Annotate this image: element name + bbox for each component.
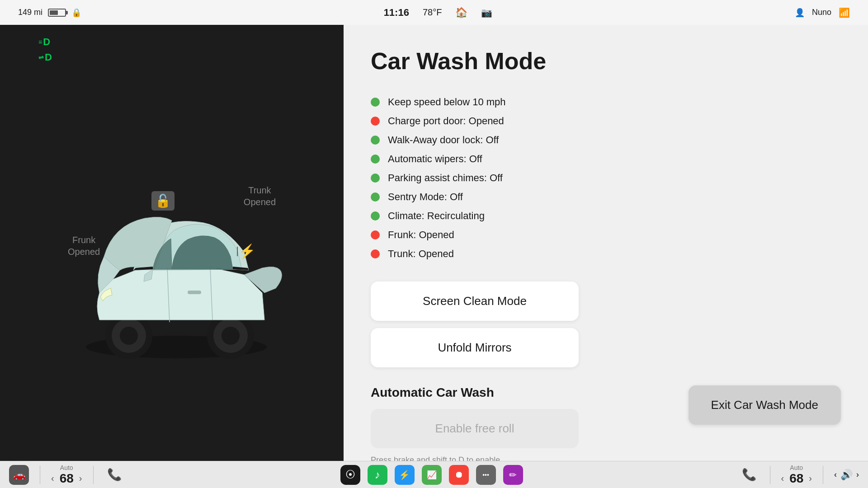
status-left: 149 mi 🔒 (18, 8, 81, 18)
status-list: Keep speed below 10 mph Charge port door… (371, 93, 841, 263)
right-auto-label: Auto (790, 464, 803, 471)
status-text-wipers: Automatic wipers: Off (388, 153, 482, 165)
divider-2 (93, 466, 94, 484)
status-dot-green (371, 98, 380, 107)
phone-right-icon[interactable]: 📞 (739, 465, 759, 485)
left-temp-value: 68 (60, 471, 74, 486)
enable-free-roll-button[interactable]: Enable free roll (371, 409, 579, 448)
right-temp-increase[interactable]: › (809, 473, 812, 483)
volume-decrease-icon[interactable]: ‹ (834, 470, 837, 479)
time-display: 11:16 (384, 7, 409, 19)
status-item-charge: Charge port door: Opened (371, 112, 841, 131)
stocks-icon[interactable]: 📈 (422, 465, 442, 485)
person-icon: 👤 (795, 8, 805, 18)
unfold-mirrors-button[interactable]: Unfold Mirrors (371, 328, 579, 367)
status-text-walkaway: Walk-Away door lock: Off (388, 134, 499, 146)
left-temp-control: Auto ‹ 68 › (51, 464, 82, 486)
action-buttons: Screen Clean Mode Unfold Mirrors (371, 282, 579, 367)
status-item-trunk: Trunk: Opened (371, 244, 841, 263)
volume-increase-icon[interactable]: › (856, 470, 859, 479)
hint-text: Press brake and shift to D to enable (371, 455, 841, 461)
taskbar-right-section: 📞 Auto ‹ 68 › ‹ 🔊 › (739, 464, 859, 486)
status-text-speed: Keep speed below 10 mph (388, 96, 506, 108)
divider-1 (40, 466, 40, 484)
left-temp-display: ‹ 68 › (51, 471, 82, 486)
user-name: Nuno (812, 8, 831, 17)
wifi-icon: 📶 (839, 7, 850, 18)
car-visualization: Frunk Opened Trunk Opened 🔓 | ⚡ (41, 121, 303, 392)
status-text-charge: Charge port door: Opened (388, 115, 504, 127)
screen-clean-mode-button[interactable]: Screen Clean Mode (371, 282, 579, 321)
volume-icon: 🔊 (840, 469, 853, 481)
camera-status-icon: 📷 (481, 7, 492, 18)
left-panel-content: ≡ D ⇌ D Frunk Opened Trunk Opened 🔓 | (0, 0, 344, 488)
status-dot-green-parking (371, 174, 380, 183)
status-dot-red-frunk (371, 230, 380, 239)
status-item-speed: Keep speed below 10 mph (371, 93, 841, 112)
status-text-sentry: Sentry Mode: Off (388, 191, 463, 203)
trunk-label: Trunk Opened (244, 184, 276, 208)
side-icons: ≡ D ⇌ D (38, 36, 52, 63)
battery-indicator (48, 9, 66, 17)
spotify-icon[interactable]: ♪ (368, 465, 387, 485)
taskbar-center-section: ⦿ ♪ ⚡ 📈 ⏺ ••• ✏ (340, 465, 523, 485)
status-text-climate: Climate: Recirculating (388, 210, 485, 222)
svg-point-6 (120, 327, 138, 345)
bluetooth-icon[interactable]: ⚡ (395, 465, 415, 485)
battery-bar (48, 9, 66, 17)
status-icons: 👤 Nuno 📶 (795, 7, 850, 18)
status-item-parking: Parking assist chimes: Off (371, 169, 841, 188)
temp-display: 78°F (423, 7, 442, 18)
status-dot-green-wipers (371, 155, 380, 164)
right-temp-decrease[interactable]: ‹ (781, 473, 784, 483)
status-text-frunk: Frunk: Opened (388, 229, 454, 241)
car-status-icon[interactable]: 🚗 (9, 465, 29, 485)
status-dot-red-charge (371, 117, 380, 126)
home-icon: 🏠 (455, 7, 467, 19)
left-temp-increase[interactable]: › (79, 473, 82, 483)
right-panel: Car Wash Mode Keep speed below 10 mph Ch… (344, 25, 868, 461)
more-apps-icon[interactable]: ••• (476, 465, 496, 485)
status-dot-green-climate (371, 211, 380, 221)
left-auto-label: Auto (60, 464, 73, 471)
left-panel: ≡ D ⇌ D Frunk Opened Trunk Opened 🔓 | (0, 0, 344, 488)
battery-fill (50, 10, 58, 15)
status-item-wipers: Automatic wipers: Off (371, 150, 841, 169)
right-temp-value: 68 (789, 471, 803, 486)
status-text-parking: Parking assist chimes: Off (388, 172, 503, 184)
camera-app-icon[interactable]: ⦿ (340, 465, 360, 485)
status-bar: 149 mi 🔒 11:16 78°F 🏠 📷 👤 Nuno 📶 (0, 0, 868, 25)
exit-car-wash-mode-button[interactable]: Exit Car Wash Mode (689, 385, 841, 425)
frunk-label: Frunk Opened (68, 234, 100, 258)
left-temp-decrease[interactable]: ‹ (51, 473, 54, 483)
status-text-trunk: Trunk: Opened (388, 248, 454, 260)
volume-control: ‹ 🔊 › (834, 469, 859, 481)
page-title: Car Wash Mode (371, 47, 841, 75)
divider-3 (770, 466, 770, 484)
mileage-display: 149 mi (18, 8, 42, 17)
headlight-icon: ≡ D (38, 36, 52, 48)
svg-point-3 (222, 327, 240, 345)
status-dot-green-walkaway (371, 136, 380, 145)
status-item-frunk: Frunk: Opened (371, 225, 841, 244)
lock-icon: 🔒 (71, 8, 81, 18)
right-temp-display: ‹ 68 › (781, 471, 812, 486)
vehicle-lock-icon: 🔓 (151, 191, 175, 211)
status-dot-red-trunk (371, 249, 380, 258)
divider-4 (823, 466, 823, 484)
svg-rect-9 (188, 291, 201, 294)
status-item-walkaway: Walk-Away door lock: Off (371, 131, 841, 150)
camera2-icon[interactable]: ⏺ (449, 465, 469, 485)
phone-icon[interactable]: 📞 (104, 465, 124, 485)
pencil-icon[interactable]: ✏ (503, 465, 523, 485)
right-temp-control: Auto ‹ 68 › (781, 464, 812, 486)
status-item-climate: Climate: Recirculating (371, 206, 841, 225)
status-center: 11:16 78°F 🏠 📷 (384, 7, 493, 19)
taskbar: 🚗 Auto ‹ 68 › 📞 ⦿ ♪ ⚡ 📈 ⏺ ••• ✏ 📞 Auto (0, 461, 868, 488)
charging-icon: | ⚡ (236, 243, 255, 259)
fog-light-icon: ⇌ D (38, 52, 52, 63)
taskbar-left-section: 🚗 Auto ‹ 68 › 📞 (9, 464, 124, 486)
status-dot-green-sentry (371, 192, 380, 202)
status-item-sentry: Sentry Mode: Off (371, 188, 841, 206)
